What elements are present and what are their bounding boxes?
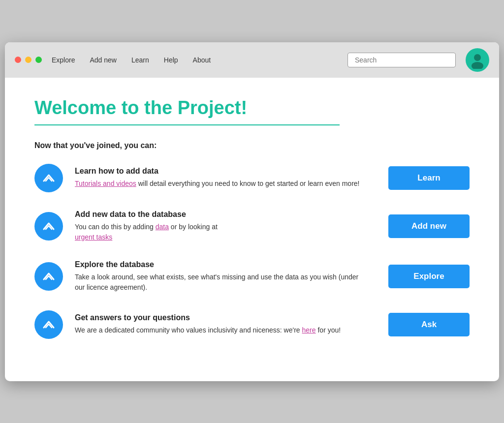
nav-bar: Explore Add new Learn Help About <box>52 56 211 64</box>
item-icon-add-new <box>34 212 63 241</box>
item-icon-ask <box>34 310 63 339</box>
page-title: Welcome to the Project! <box>34 97 470 119</box>
avatar[interactable] <box>466 48 489 72</box>
nav-explore[interactable]: Explore <box>52 56 75 64</box>
nav-add-new[interactable]: Add new <box>90 56 116 64</box>
learn-button[interactable]: Learn <box>388 166 470 190</box>
titlebar: Explore Add new Learn Help About <box>5 42 499 78</box>
tutorials-videos-link[interactable]: Tutorials and videos <box>75 180 136 187</box>
item-icon-explore <box>34 262 63 291</box>
item-row-learn: Learn how to add data Tutorials and vide… <box>34 164 470 192</box>
item-icon-learn <box>34 164 63 192</box>
main-content: Welcome to the Project! Now that you've … <box>5 78 499 381</box>
search-container <box>347 53 456 67</box>
item-title-explore: Explore the database <box>75 260 369 269</box>
item-desc-learn: Tutorials and videos will detail everyth… <box>75 179 369 189</box>
app-window: Explore Add new Learn Help About Welcome… <box>5 42 499 381</box>
here-link[interactable]: here <box>302 326 316 334</box>
item-text-learn: Learn how to add data Tutorials and vide… <box>75 167 369 189</box>
nav-learn[interactable]: Learn <box>131 56 149 64</box>
data-link[interactable]: data <box>156 223 169 231</box>
nav-about[interactable]: About <box>193 56 211 64</box>
item-row-ask: Get answers to your questions We are a d… <box>34 310 470 339</box>
close-button[interactable] <box>15 57 21 63</box>
item-title-add-new: Add new data to the database <box>75 210 369 219</box>
item-text-explore: Explore the database Take a look around,… <box>75 260 369 293</box>
item-row-add-new: Add new data to the database You can do … <box>34 210 470 242</box>
svg-point-1 <box>472 62 483 69</box>
item-desc-explore: Take a look around, see what exists, see… <box>75 272 369 293</box>
add-new-button[interactable]: Add new <box>388 214 470 238</box>
minimize-button[interactable] <box>25 57 32 63</box>
traffic-lights <box>15 57 42 63</box>
item-text-add-new: Add new data to the database You can do … <box>75 210 369 242</box>
item-text-ask: Get answers to your questions We are a d… <box>75 313 369 335</box>
page-subtitle: Now that you've joined, you can: <box>34 141 470 150</box>
search-input[interactable] <box>347 53 456 67</box>
item-row-explore: Explore the database Take a look around,… <box>34 260 470 293</box>
svg-point-0 <box>474 54 481 61</box>
explore-button[interactable]: Explore <box>388 265 470 288</box>
item-title-ask: Get answers to your questions <box>75 313 369 322</box>
title-divider <box>34 124 340 125</box>
item-desc-ask: We are a dedicated community who values … <box>75 325 369 335</box>
urgent-tasks-link[interactable]: urgent tasks <box>75 233 112 241</box>
nav-help[interactable]: Help <box>164 56 178 64</box>
maximize-button[interactable] <box>35 57 42 63</box>
ask-button[interactable]: Ask <box>388 313 470 336</box>
item-title-learn: Learn how to add data <box>75 167 369 176</box>
item-desc-add-new: You can do this by adding data or by loo… <box>75 222 369 242</box>
